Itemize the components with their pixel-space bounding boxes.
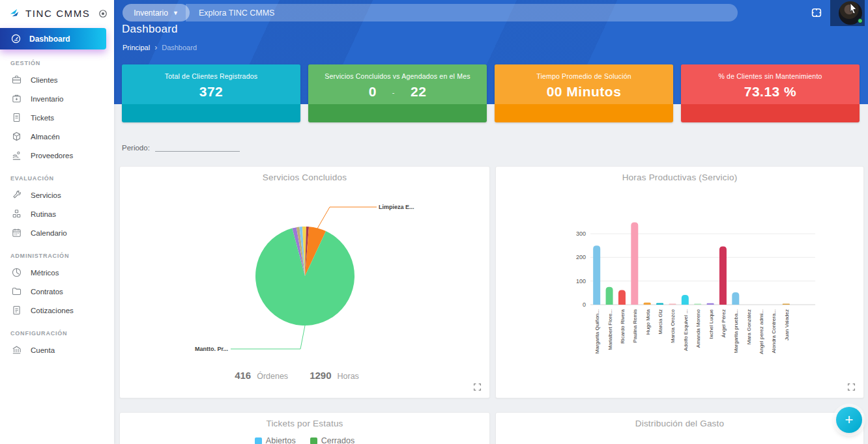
stat-card-title: % de Clientes sin Mantenimiento bbox=[681, 72, 860, 80]
sidebar-item-label: Clientes bbox=[31, 76, 58, 84]
pie-callout-line-limpieza bbox=[317, 207, 377, 229]
x-category-label: Ricardo Rivera bbox=[620, 309, 626, 343]
x-category-label: Margarita prueba... bbox=[733, 309, 739, 354]
y-tick-label: 0 bbox=[583, 301, 586, 308]
x-category-label: Marialbert Flore... bbox=[607, 309, 613, 350]
bar[interactable] bbox=[606, 287, 613, 305]
x-category-label: Paulina Remis bbox=[632, 309, 638, 343]
x-category-label: Amanda Moreno bbox=[695, 309, 701, 348]
panel-servicios-concluidos: Servicios Concluidos Limpieza E... Mantt… bbox=[119, 166, 490, 398]
sidebar-item-servicios[interactable]: Servicios bbox=[0, 186, 114, 204]
bar[interactable] bbox=[719, 247, 727, 305]
stat-card-value: 73.13 % bbox=[681, 84, 860, 100]
stat-card-title: Total de Clientes Registrados bbox=[122, 72, 300, 80]
sidebar-item-label: Inventario bbox=[31, 95, 64, 103]
breadcrumb-item-principal[interactable]: Principal bbox=[123, 44, 150, 51]
page-title: Dashboard bbox=[122, 23, 178, 36]
sidebar-item-cuenta[interactable]: Cuenta bbox=[0, 340, 114, 359]
bank-icon bbox=[11, 344, 22, 355]
breadcrumb-separator: › bbox=[154, 43, 157, 52]
stat-cards-row: Total de Clientes Registrados 372 Servic… bbox=[122, 64, 860, 122]
quote-doc-icon bbox=[11, 305, 22, 316]
sidebar-item-label: Tickets bbox=[31, 114, 54, 122]
panel-title: Distribución del Gasto bbox=[496, 419, 863, 428]
medkit-box-icon bbox=[11, 93, 22, 104]
module-selector-button[interactable]: Inventario ▼ bbox=[123, 4, 190, 21]
add-button[interactable]: + bbox=[836, 407, 862, 433]
briefcase-icon bbox=[11, 74, 22, 85]
bar[interactable] bbox=[656, 303, 663, 305]
sidebar-item-calendario[interactable]: Calendario bbox=[0, 223, 114, 242]
sidebar-item-metricos[interactable]: Métricos bbox=[0, 263, 114, 282]
bar[interactable] bbox=[669, 304, 676, 305]
sidebar-item-label: Rutinas bbox=[31, 210, 56, 218]
y-tick-label: 100 bbox=[576, 278, 586, 284]
search-input[interactable] bbox=[186, 4, 738, 21]
y-tick-label: 300 bbox=[576, 230, 586, 237]
main-area: Inventario ▼ Dashboard Principal › Dashb bbox=[114, 0, 868, 444]
x-category-label: Adolfo Esquivel ... bbox=[683, 309, 689, 351]
pie-totals: 416 Órdenes 1290 Horas bbox=[120, 370, 489, 381]
stat-card-servicios-mes: Servicios Concluidos vs Agendados en el … bbox=[308, 64, 487, 122]
ticket-receipt-icon bbox=[11, 112, 22, 123]
stat-card-sin-mantenimiento: % de Clientes sin Mantenimiento 73.13 % bbox=[681, 64, 860, 122]
sidebar-item-proveedores[interactable]: Proveedores bbox=[0, 146, 114, 165]
hours-total: 1290 bbox=[310, 370, 331, 381]
period-input[interactable] bbox=[155, 141, 240, 152]
expand-icon[interactable] bbox=[847, 383, 856, 391]
bar[interactable] bbox=[618, 290, 626, 305]
x-category-label: Hugo Mota bbox=[645, 309, 651, 335]
sidebar-section-title: EVALUACIÓN bbox=[10, 175, 114, 182]
bar[interactable] bbox=[644, 303, 651, 305]
folder-icon bbox=[11, 286, 22, 297]
bar[interactable] bbox=[707, 303, 714, 305]
bar[interactable] bbox=[631, 223, 638, 305]
cubes-stack-icon bbox=[11, 208, 22, 219]
bar[interactable] bbox=[732, 292, 739, 305]
sidebar-item-dashboard[interactable]: Dashboard bbox=[0, 28, 106, 49]
sidebar-section-title: GESTIÓN bbox=[10, 60, 114, 66]
bar[interactable] bbox=[682, 295, 689, 305]
period-filter: Periodo: bbox=[122, 141, 240, 152]
bar-chart: 0100200300Margarita Quiñon...Marialbert … bbox=[496, 167, 865, 398]
x-category-label: Juan Valadez bbox=[784, 309, 790, 340]
expand-icon[interactable] bbox=[473, 383, 482, 391]
fullscreen-icon[interactable] bbox=[811, 7, 822, 18]
bar[interactable] bbox=[593, 245, 600, 305]
sidebar-item-almacen[interactable]: Almacén bbox=[0, 127, 114, 146]
sidebar-item-label: Proveedores bbox=[31, 152, 73, 160]
bar[interactable] bbox=[783, 304, 790, 305]
sidebar-item-rutinas[interactable]: Rutinas bbox=[0, 204, 114, 223]
sidebar-item-contratos[interactable]: Contratos bbox=[0, 282, 114, 301]
dashboard-gauge-icon bbox=[10, 33, 22, 44]
x-category-label: Mara González bbox=[746, 309, 752, 344]
sidebar-item-label: Calendario bbox=[31, 229, 67, 237]
sidebar-pin-toggle-icon[interactable] bbox=[98, 9, 108, 18]
panel-distribucion-gasto: Distribución del Gasto bbox=[495, 412, 864, 444]
sidebar-item-label: Contratos bbox=[31, 288, 63, 296]
cube-icon bbox=[11, 131, 22, 142]
brand: TINC CMMS bbox=[0, 0, 114, 25]
legend-item-cerrados[interactable]: Cerrados bbox=[310, 436, 354, 444]
stat-card-clientes-registrados: Total de Clientes Registrados 372 bbox=[122, 64, 300, 122]
panel-title: Tickets por Estatus bbox=[120, 419, 489, 428]
pie-metric-icon bbox=[11, 267, 22, 278]
sidebar-item-label: Almacén bbox=[31, 133, 60, 141]
stat-card-value: 00 Minutos bbox=[495, 84, 673, 100]
legend-item-abiertos[interactable]: Abiertos bbox=[255, 436, 296, 444]
logo-bird-icon bbox=[9, 8, 20, 19]
avatar-button[interactable] bbox=[839, 1, 862, 25]
sidebar-item-inventario[interactable]: Inventario bbox=[0, 89, 114, 108]
breadcrumb: Principal › Dashboard bbox=[123, 43, 197, 52]
x-category-label: Marcia Gtz bbox=[658, 309, 663, 335]
charts-row-1: Servicios Concluidos Limpieza E... Mantt… bbox=[119, 166, 864, 398]
sidebar-item-cotizaciones[interactable]: Cotizaciones bbox=[0, 301, 114, 320]
x-category-label: Ángel Pérez bbox=[721, 309, 727, 338]
charts-row-2: Tickets por Estatus Abiertos Cerrados Di… bbox=[119, 412, 864, 444]
panel-horas-productivas: Horas Productivas (Servicio) 0100200300M… bbox=[495, 166, 864, 398]
sidebar-item-clientes[interactable]: Clientes bbox=[0, 70, 114, 89]
y-tick-label: 200 bbox=[576, 254, 586, 260]
bar[interactable] bbox=[694, 304, 701, 305]
sidebar-item-tickets[interactable]: Tickets bbox=[0, 108, 114, 127]
pie-chart: Limpieza E... Mantto. Pr... bbox=[120, 167, 489, 398]
